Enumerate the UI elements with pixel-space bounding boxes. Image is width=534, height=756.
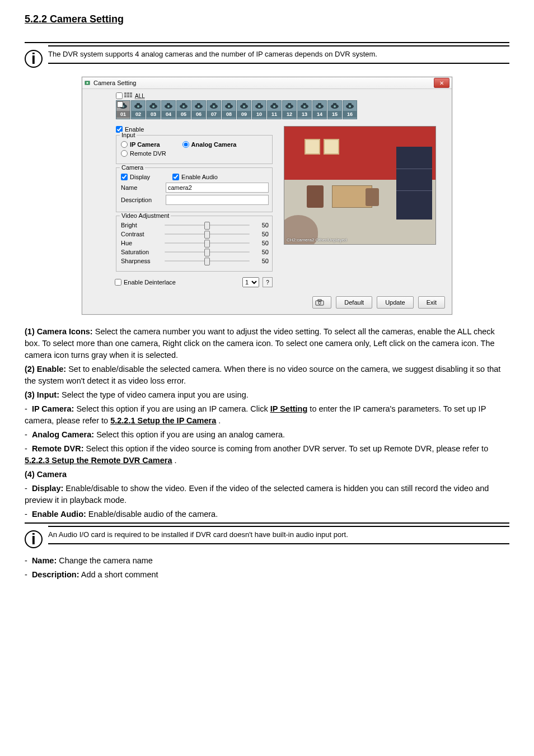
camera-tab-03[interactable]: ✓03 xyxy=(146,100,161,119)
camera-tab-07[interactable]: ✓07 xyxy=(207,100,221,119)
input-remote-radio[interactable]: Remote DVR xyxy=(121,150,166,157)
close-button[interactable]: ✕ xyxy=(434,78,449,88)
contrast-value: 50 xyxy=(254,231,269,237)
deinterlace-toggle[interactable]: Enable Deinterlace xyxy=(115,279,176,286)
svg-rect-6 xyxy=(127,95,129,97)
svg-point-52 xyxy=(334,105,336,108)
analog-label: Analog Camera xyxy=(191,141,237,148)
ip-setting-link[interactable]: IP Setting xyxy=(270,404,308,413)
page: 5.2.2 Camera Setting i The DVR system su… xyxy=(0,0,534,600)
camera-icons-row: ALL ✓01✓02✓03✓04✓05✓06✓07✓08✓09✓10✓11✓12… xyxy=(116,92,357,119)
enable-camera-toggle[interactable]: Enable xyxy=(116,126,273,133)
info-icon: i xyxy=(25,50,43,68)
camera-tab-number: 12 xyxy=(283,111,296,118)
camera-tab-05[interactable]: ✓05 xyxy=(176,100,191,119)
camera-tab-16[interactable]: ✓16 xyxy=(343,100,357,119)
camera-tab-10[interactable]: ✓10 xyxy=(252,100,266,119)
item-3a-label: IP Camera: xyxy=(32,404,74,413)
camera-icon xyxy=(177,101,190,111)
input-ipcamera-radio[interactable]: IP Camera xyxy=(121,141,160,148)
svg-point-22 xyxy=(182,105,185,108)
camera-tab-09[interactable]: ✓09 xyxy=(237,100,251,119)
camera-icon xyxy=(132,101,144,111)
enable-audio-checkbox[interactable] xyxy=(172,174,179,180)
default-button[interactable]: Default xyxy=(336,296,372,309)
display-toggle[interactable]: Display xyxy=(121,174,150,180)
ipcamera-radio-input[interactable] xyxy=(121,141,128,148)
camera-tabs: ✓01✓02✓03✓04✓05✓06✓07✓08✓09✓10✓11✓12✓13✓… xyxy=(116,100,357,119)
remote-label: Remote DVR xyxy=(130,150,166,157)
item-3-text: Select the type of video camera input yo… xyxy=(62,390,249,399)
camera-setting-dialog: Camera Setting ✕ ALL ✓01✓02✓03✓04✓05✓06✓… xyxy=(82,77,452,315)
camera-icon xyxy=(283,101,296,111)
enable-audio-toggle[interactable]: Enable Audio xyxy=(172,174,218,180)
camera-tab-number: 13 xyxy=(298,111,311,118)
analog-radio-input[interactable] xyxy=(182,141,189,148)
saturation-label: Saturation xyxy=(121,249,160,255)
sharpness-slider[interactable] xyxy=(165,260,250,262)
update-button[interactable]: Update xyxy=(377,296,413,309)
camera-tab-01[interactable]: ✓01 xyxy=(116,100,130,119)
bright-value: 50 xyxy=(254,222,269,228)
contrast-slider[interactable] xyxy=(165,234,250,235)
hue-value: 50 xyxy=(254,240,269,246)
camera-tab-06[interactable]: ✓06 xyxy=(191,100,206,119)
svg-point-25 xyxy=(198,105,200,108)
svg-rect-5 xyxy=(124,95,127,97)
item-1-label: (1) Camera Icons: xyxy=(25,327,93,336)
item-3b-label: Analog Camera: xyxy=(32,430,94,439)
svg-point-31 xyxy=(228,105,230,108)
saturation-value: 50 xyxy=(254,249,269,255)
camera-tab-13[interactable]: ✓13 xyxy=(297,100,312,119)
camera-icon xyxy=(238,101,250,111)
item-4c-text: Change the camera name xyxy=(59,556,153,565)
svg-point-55 xyxy=(349,105,351,108)
svg-rect-2 xyxy=(124,92,127,95)
camera-tab-08[interactable]: ✓08 xyxy=(222,100,236,119)
exit-button[interactable]: Exit xyxy=(418,296,445,309)
snapshot-button[interactable] xyxy=(312,296,331,309)
item-1-text: Select the camera number you want to adj… xyxy=(25,327,495,360)
all-cameras-toggle[interactable]: ALL xyxy=(116,92,357,99)
all-checkbox[interactable] xyxy=(116,92,123,99)
hue-slider[interactable] xyxy=(165,242,250,244)
info-note-bottom-text: An Audio I/O card is required to be inst… xyxy=(48,526,509,544)
deinterlace-select[interactable]: 1 xyxy=(242,277,259,287)
svg-point-19 xyxy=(167,105,170,108)
camera-tab-14[interactable]: ✓14 xyxy=(312,100,327,119)
camera-name-input[interactable] xyxy=(166,183,269,193)
camera-tab-11[interactable]: ✓11 xyxy=(267,100,282,119)
bright-slider[interactable] xyxy=(165,225,250,226)
camera-tab-12[interactable]: ✓12 xyxy=(282,100,297,119)
enable-audio-label: Enable Audio xyxy=(181,174,218,180)
display-checkbox[interactable] xyxy=(121,174,128,180)
camera-icon xyxy=(147,101,160,111)
camera-preview: CH2:camera2 Other/Unplayed xyxy=(284,126,436,245)
deinterlace-checkbox[interactable] xyxy=(115,279,121,286)
camera-icon xyxy=(298,101,311,111)
video-adjustment-fieldset: Video Adjustment Bright 50 Contrast 50 xyxy=(116,216,273,272)
left-panel: Enable Input IP Camera Analog Camera xyxy=(116,95,273,287)
dialog-titlebar: Camera Setting ✕ xyxy=(82,77,452,89)
camera-icon xyxy=(268,101,280,111)
right-panel: CH2:camera2 Other/Unplayed xyxy=(284,95,445,287)
camera-tab-15[interactable]: ✓15 xyxy=(327,100,342,119)
camera-tab-number: 05 xyxy=(177,111,190,118)
camera-tab-02[interactable]: ✓02 xyxy=(131,100,146,119)
item-3c-text-c: . xyxy=(175,456,177,465)
camera-icon xyxy=(313,101,326,111)
camera-description-input[interactable] xyxy=(166,195,269,205)
svg-point-37 xyxy=(258,105,260,108)
section-heading: 5.2.2 Camera Setting xyxy=(25,13,509,25)
svg-point-13 xyxy=(137,105,139,108)
camera-tab-number: 01 xyxy=(116,111,130,118)
camera-tab-number: 11 xyxy=(268,111,281,118)
svg-point-1 xyxy=(87,82,88,84)
saturation-slider[interactable] xyxy=(165,251,250,253)
remote-radio-input[interactable] xyxy=(121,150,128,157)
item-3a-text-c: . xyxy=(218,416,221,425)
deinterlace-help-button[interactable]: ? xyxy=(263,277,273,287)
ref-5223: 5.2.2.3 Setup the Remote DVR Camera xyxy=(25,456,172,465)
input-analog-radio[interactable]: Analog Camera xyxy=(182,141,237,148)
camera-tab-04[interactable]: ✓04 xyxy=(161,100,176,119)
